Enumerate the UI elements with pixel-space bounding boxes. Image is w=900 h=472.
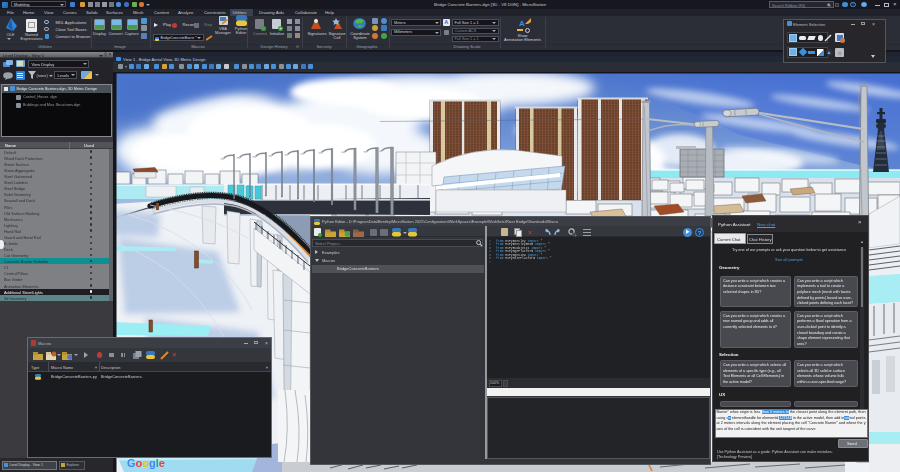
svg-text:Google: Google [127, 457, 165, 469]
